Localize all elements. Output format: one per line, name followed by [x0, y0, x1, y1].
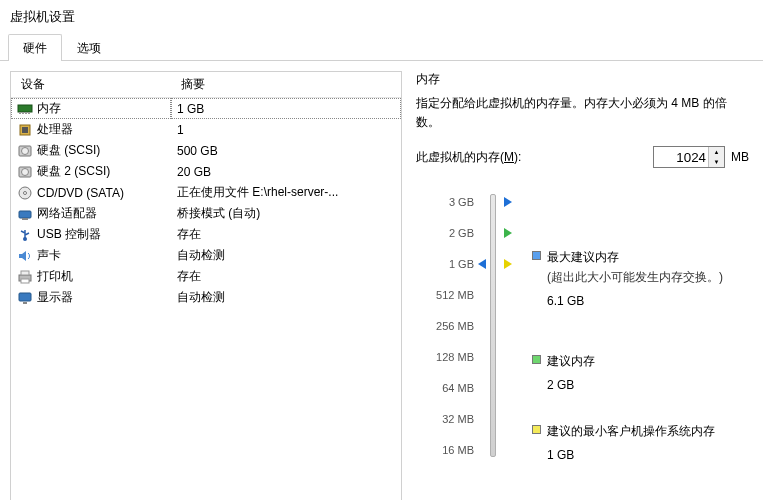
slider-tick-label: 32 MB: [416, 403, 474, 434]
memory-title: 内存: [416, 71, 749, 88]
svg-point-10: [22, 168, 29, 175]
legend-min-swatch-icon: [532, 425, 541, 434]
device-summary: 自动检测: [171, 245, 401, 266]
table-row[interactable]: 处理器1: [11, 119, 401, 140]
slider-thumb-icon[interactable]: [478, 259, 486, 269]
marker-min-icon: [504, 259, 512, 269]
cd-icon: [17, 185, 33, 201]
slider-tick-label: 128 MB: [416, 341, 474, 372]
legend-rec-label: 建议内存: [547, 352, 595, 370]
memory-slider-ticks: 3 GB2 GB1 GB512 MB256 MB128 MB64 MB32 MB…: [416, 186, 474, 465]
device-name: 硬盘 (SCSI): [37, 142, 100, 159]
table-row[interactable]: 内存1 GB: [11, 98, 401, 120]
device-list-panel: 设备 摘要 内存1 GB处理器1硬盘 (SCSI)500 GB硬盘 2 (SCS…: [10, 71, 402, 500]
network-icon: [17, 206, 33, 222]
window-title: 虚拟机设置: [0, 0, 763, 30]
device-name: 硬盘 2 (SCSI): [37, 163, 110, 180]
legend-rec-swatch-icon: [532, 355, 541, 364]
table-row[interactable]: 硬盘 (SCSI)500 GB: [11, 140, 401, 161]
memory-legend: 最大建议内存 (超出此大小可能发生内存交换。) 6.1 GB 建议内存 2 GB: [532, 186, 749, 465]
tabs: 硬件 选项: [0, 30, 763, 61]
table-row[interactable]: 硬盘 2 (SCSI)20 GB: [11, 161, 401, 182]
device-name: USB 控制器: [37, 226, 101, 243]
device-summary: 20 GB: [171, 161, 401, 182]
device-name: CD/DVD (SATA): [37, 186, 124, 200]
device-summary: 自动检测: [171, 287, 401, 308]
device-name: 网络适配器: [37, 205, 97, 222]
memory-panel: 内存 指定分配给此虚拟机的内存量。内存大小必须为 4 MB 的倍数。 此虚拟机的…: [412, 71, 753, 500]
marker-max-icon: [504, 197, 512, 207]
legend-min-label: 建议的最小客户机操作系统内存: [547, 422, 715, 440]
legend-max-swatch-icon: [532, 251, 541, 260]
table-row[interactable]: 显示器自动检测: [11, 287, 401, 308]
device-summary: 1 GB: [171, 98, 401, 120]
legend-min-value: 1 GB: [547, 446, 715, 464]
slider-tick-label: 1 GB: [416, 248, 474, 279]
tab-options[interactable]: 选项: [62, 34, 116, 61]
printer-icon: [17, 269, 33, 285]
sound-icon: [17, 248, 33, 264]
device-summary: 桥接模式 (自动): [171, 203, 401, 224]
svg-rect-2: [22, 112, 24, 114]
legend-max-label: 最大建议内存: [547, 248, 723, 266]
memory-input-label: 此虚拟机的内存(M):: [416, 149, 521, 166]
device-summary: 500 GB: [171, 140, 401, 161]
usb-icon: [17, 227, 33, 243]
table-row[interactable]: 网络适配器桥接模式 (自动): [11, 203, 401, 224]
svg-point-8: [22, 147, 29, 154]
table-row[interactable]: 打印机存在: [11, 266, 401, 287]
memory-slider[interactable]: [482, 186, 524, 465]
svg-rect-14: [22, 218, 28, 220]
slider-tick-label: 64 MB: [416, 372, 474, 403]
disk-icon: [17, 164, 33, 180]
slider-tick-label: 256 MB: [416, 310, 474, 341]
cpu-icon: [17, 122, 33, 138]
svg-rect-13: [19, 211, 31, 218]
device-summary: 1: [171, 119, 401, 140]
memory-spin-up[interactable]: ▲: [709, 147, 724, 157]
col-device[interactable]: 设备: [11, 72, 171, 98]
svg-rect-17: [21, 271, 29, 275]
svg-rect-18: [21, 279, 29, 283]
legend-rec-value: 2 GB: [547, 376, 595, 394]
memory-icon: [17, 101, 33, 117]
device-name: 处理器: [37, 121, 73, 138]
svg-rect-19: [19, 293, 31, 301]
svg-rect-4: [28, 112, 30, 114]
tab-hardware[interactable]: 硬件: [8, 34, 62, 61]
table-row[interactable]: CD/DVD (SATA)正在使用文件 E:\rhel-server-...: [11, 182, 401, 203]
legend-max-note: (超出此大小可能发生内存交换。): [547, 268, 723, 286]
memory-desc: 指定分配给此虚拟机的内存量。内存大小必须为 4 MB 的倍数。: [416, 94, 749, 132]
device-name: 打印机: [37, 268, 73, 285]
table-row[interactable]: USB 控制器存在: [11, 224, 401, 245]
svg-point-12: [24, 191, 27, 194]
display-icon: [17, 290, 33, 306]
slider-tick-label: 16 MB: [416, 434, 474, 465]
table-row[interactable]: 声卡自动检测: [11, 245, 401, 266]
device-name: 内存: [37, 100, 61, 117]
device-table: 设备 摘要 内存1 GB处理器1硬盘 (SCSI)500 GB硬盘 2 (SCS…: [11, 72, 401, 308]
slider-tick-label: 512 MB: [416, 279, 474, 310]
memory-spin-down[interactable]: ▼: [709, 157, 724, 167]
memory-unit: MB: [731, 150, 749, 164]
legend-max-value: 6.1 GB: [547, 292, 723, 310]
svg-rect-1: [19, 112, 21, 114]
svg-rect-0: [18, 105, 32, 112]
marker-rec-icon: [504, 228, 512, 238]
col-summary[interactable]: 摘要: [171, 72, 401, 98]
device-name: 声卡: [37, 247, 61, 264]
device-summary: 存在: [171, 224, 401, 245]
svg-rect-3: [25, 112, 27, 114]
device-summary: 存在: [171, 266, 401, 287]
device-name: 显示器: [37, 289, 73, 306]
slider-tick-label: 3 GB: [416, 186, 474, 217]
disk-icon: [17, 143, 33, 159]
device-summary: 正在使用文件 E:\rhel-server-...: [171, 182, 401, 203]
svg-rect-20: [23, 302, 27, 304]
slider-tick-label: 2 GB: [416, 217, 474, 248]
svg-rect-6: [22, 127, 28, 133]
